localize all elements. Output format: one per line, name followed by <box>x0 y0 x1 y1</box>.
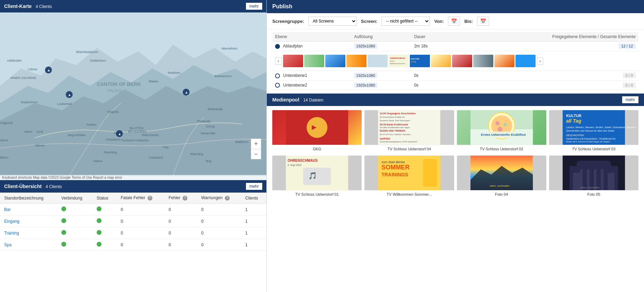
client-overview-title: Client-Übersicht <box>4 184 42 189</box>
media-card-tv03[interactable]: KULTUR all Tag Lachen, Weinen, Staunen, … <box>549 110 638 153</box>
media-card-tv02[interactable]: Erstes Ueberstorfer Erzählfest TV Schlos… <box>457 110 546 153</box>
svg-text:Chistehorn: Chistehorn <box>106 138 121 141</box>
status-dot-bar <box>97 206 102 211</box>
svg-text:TRAININGS: TRAININGS <box>381 172 408 177</box>
map-mehr-button[interactable]: mehr <box>246 3 262 10</box>
pub-radio-unterebene1[interactable] <box>275 73 280 78</box>
media-label-foto05: Foto 05 <box>549 190 638 198</box>
svg-text:Leukerbad: Leukerbad <box>57 102 72 106</box>
strip-thumb-5 <box>368 55 388 67</box>
svg-rect-105 <box>573 173 580 190</box>
svg-rect-110 <box>601 169 603 190</box>
svg-text:INNER USCHENE: INNER USCHENE <box>10 76 36 80</box>
media-card-sommer[interactable]: zum Start deines SOMMER TRAININGS TV Wil… <box>364 156 454 198</box>
fehler-help-icon[interactable]: ? <box>183 196 187 201</box>
pub-dauer-unterebene1: 0s <box>411 71 451 80</box>
col-fatale: Fatale Fehler ? <box>117 193 165 204</box>
thumb-prev-button[interactable]: ‹ <box>275 57 282 65</box>
pub-radio-ablaufplan[interactable] <box>275 44 280 49</box>
svg-text:Lachen, Weinen, Staunen, Seufe: Lachen, Weinen, Staunen, Seufen, Jubeln,… <box>566 126 637 129</box>
status-dot-eingang <box>97 218 102 223</box>
strip-thumb-11 <box>494 55 514 67</box>
row-warnungen-training: 0 <box>197 227 241 239</box>
row-name-eingang[interactable]: Eingang <box>0 215 57 227</box>
svg-rect-98 <box>423 159 437 187</box>
row-fatale-bar: 0 <box>117 204 165 215</box>
svg-text:Wannehorn: Wannehorn <box>221 47 237 50</box>
pub-res-unterebene2: 1920x1080 <box>351 80 411 90</box>
svg-text:Ried-Brig: Ried-Brig <box>190 152 203 156</box>
svg-text:Salgesch: Salgesch <box>0 121 13 125</box>
svg-text:Mörel-Filet: Mörel-Filet <box>201 132 215 135</box>
pub-res-badge-unterebene1: 1920x1080 <box>354 73 377 78</box>
svg-rect-106 <box>608 173 615 190</box>
svg-text:votre_sommaire: votre_sommaire <box>580 186 600 189</box>
publish-title: Publish <box>272 3 292 9</box>
svg-text:Blüemlisalphorn: Blüemlisalphorn <box>76 50 98 54</box>
medienpool-mehr-button[interactable]: mehr <box>622 96 638 103</box>
client-overview-count: 4 Clients <box>46 184 62 189</box>
svg-text:▲: ▲ <box>118 132 122 136</box>
strip-thumb-1 <box>283 55 303 67</box>
svg-text:▲: ▲ <box>47 68 51 72</box>
von-calendar-icon[interactable]: 📅 <box>451 18 457 24</box>
svg-text:Sierre: Sierre <box>0 139 8 142</box>
table-header-row: Standortbezeichnung Verbindung Status Fa… <box>0 193 266 204</box>
row-clients-spa: 1 <box>241 239 266 251</box>
verbindung-dot-eingang <box>61 218 66 223</box>
svg-text:2. Sept 2023: 2. Sept 2023 <box>288 164 301 167</box>
row-name-training[interactable]: Training <box>0 227 57 239</box>
pub-ebene-ablaufplan: Ablaufplan <box>272 42 351 51</box>
pub-count-unterebene1: 0 / 0 <box>452 71 638 80</box>
strip-thumb-2 <box>304 55 324 67</box>
media-card-ohr[interactable]: OHRENSCHMAUS 2. Sept 2023 🎵 TV Schloss U… <box>272 156 362 198</box>
table-row: Training 0 0 0 1 <box>0 227 266 239</box>
client-table-container: Standortbezeichnung Verbindung Status Fa… <box>0 193 266 292</box>
thumb-next-button[interactable]: › <box>537 57 544 65</box>
zoom-in-button[interactable]: + <box>251 139 261 149</box>
publish-filters: Screengruppe: All Screens Screen: -- nic… <box>267 13 644 29</box>
media-label-ohr: TV Schloss Ueberstorf 01 <box>272 190 362 198</box>
fatale-help-icon[interactable]: ? <box>148 196 152 201</box>
svg-text:Riederalp: Riederalp <box>197 120 210 123</box>
publish-table: Ebene Auflösung Dauer Freigegebene Eleme… <box>272 32 638 90</box>
zoom-out-button[interactable]: − <box>251 149 261 159</box>
media-card-foto04[interactable]: votre_sommaire Foto 04 <box>457 156 546 198</box>
svg-text:Greng: Greng <box>206 125 214 128</box>
warnungen-help-icon[interactable]: ? <box>225 196 230 201</box>
svg-text:KULTUR: KULTUR <box>566 114 581 118</box>
media-label-gkg: GKG <box>272 145 362 153</box>
media-thumb-ohr: OHRENSCHMAUS 2. Sept 2023 🎵 <box>272 156 362 190</box>
media-card-gkg[interactable]: ▶ GKG <box>272 110 362 153</box>
pub-radio-unterebene2[interactable] <box>275 83 280 88</box>
bis-calendar-icon[interactable]: 📅 <box>480 18 486 24</box>
pub-dauer-unterebene2: 0s <box>411 80 451 90</box>
pub-col-freigabe: Freigegebene Elemente / Gesamte Elemente <box>452 32 638 42</box>
client-overview-mehr-button[interactable]: mehr <box>246 183 262 190</box>
svg-text:Bättlihorn: Bättlihorn <box>235 140 248 144</box>
row-name-bar[interactable]: Bar <box>0 204 57 215</box>
svg-text:all Tag: all Tag <box>411 61 416 63</box>
svg-text:Musikalische Ueberraschun...: Musikalische Ueberraschun... <box>390 63 406 64</box>
map-attribution-text: Keyboard shortcuts Map data ©2023 Google… <box>2 176 122 179</box>
bis-label: Bis: <box>464 19 473 24</box>
strip-thumb-7: KULTURall Tag <box>410 55 430 67</box>
strip-thumb-3 <box>325 55 345 67</box>
media-card-tv04[interactable]: 13:00 Vergangene Geschichten für Erwachs… <box>364 110 454 153</box>
svg-text:BEI NATERS: BEI NATERS <box>128 130 147 133</box>
svg-text:ab 14 Uhr Grü, Gebäck, Gemüse.: ab 14 Uhr Grü, Gebäck, Gemüse... <box>380 133 412 135</box>
von-date: 📅 <box>448 17 460 26</box>
svg-point-77 <box>503 123 507 126</box>
row-name-spa[interactable]: Spa <box>0 239 57 251</box>
screen-select[interactable]: -- nicht gefiltert -- <box>381 17 430 26</box>
screengruppe-select[interactable]: All Screens <box>308 17 357 26</box>
svg-text:🎵: 🎵 <box>308 171 317 180</box>
media-card-foto05[interactable]: votre_sommaire Foto 05 <box>549 156 638 198</box>
media-label-tv03: TV Schloss Ueberstorf 03 <box>549 145 638 153</box>
svg-text:BLATTEN: BLATTEN <box>130 126 144 130</box>
col-fehler: Fehler ? <box>165 193 197 204</box>
right-panel: Publish Screengruppe: All Screens Screen… <box>267 0 644 292</box>
pub-thumb-row-ablaufplan: ‹ OHRENSCHMAUSMUSIKMusikalische Ueberras… <box>272 51 638 71</box>
pub-res-ablaufplan: 1920x1080 <box>351 42 411 51</box>
client-table: Standortbezeichnung Verbindung Status Fa… <box>0 193 266 251</box>
